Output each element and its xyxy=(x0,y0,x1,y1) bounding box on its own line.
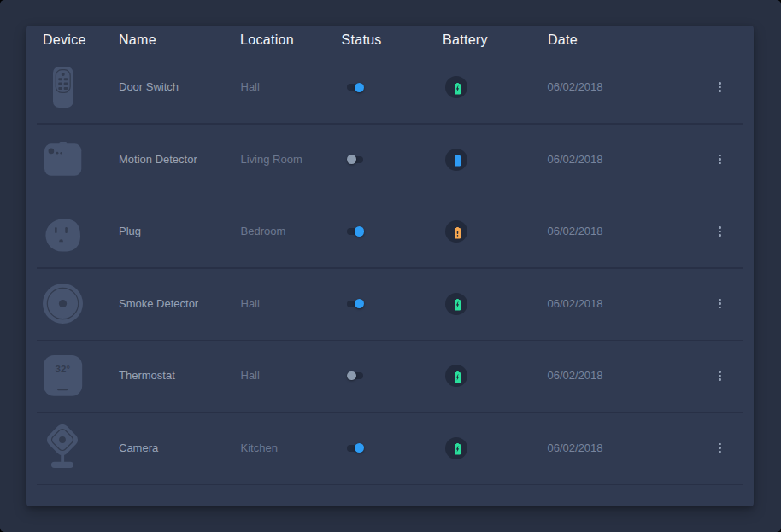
svg-text:32°: 32° xyxy=(55,364,70,374)
